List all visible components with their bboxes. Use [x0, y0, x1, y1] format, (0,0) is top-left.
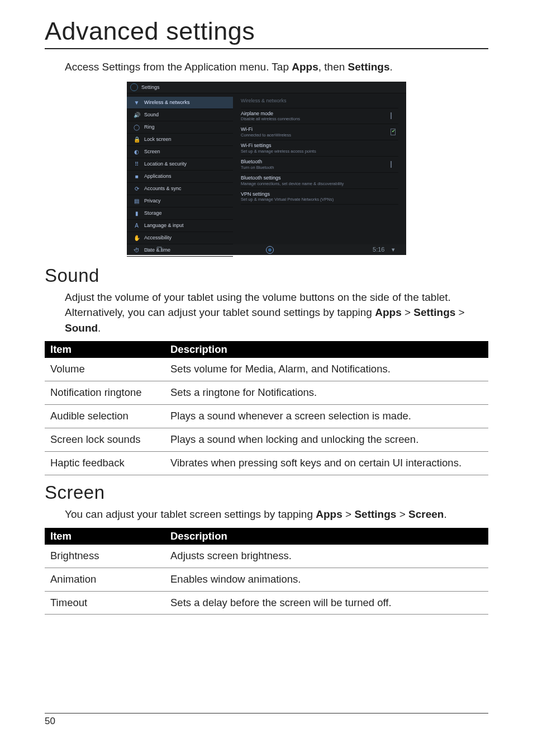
- detail-row-subtitle: Disable all wireless connections: [241, 116, 300, 121]
- sidebar-item-label: Storage: [144, 210, 162, 216]
- sidebar-item: ▼Wireless & networks: [127, 97, 233, 109]
- nav-center-icon: [266, 246, 274, 254]
- sound-th-item: Item: [45, 341, 165, 358]
- sidebar-item-icon: ◯: [134, 124, 140, 130]
- table-row: Notification ringtoneSets a ringtone for…: [45, 381, 488, 405]
- screenshot-sidebar: ▼Wireless & networks🔊Sound◯Ring🔒Lock scr…: [127, 93, 233, 244]
- sidebar-item-icon: ▼: [134, 100, 140, 106]
- sidebar-item-label: Accessibility: [144, 235, 172, 240]
- sound-text: Adjust the volume of your tablet using t…: [65, 290, 488, 336]
- intro-text: Access Settings from the Application men…: [65, 59, 488, 75]
- sidebar-item: 🔒Lock screen: [127, 134, 233, 146]
- table-row: Haptic feedbackVibrates when pressing so…: [45, 452, 488, 475]
- sound-table: Item Description VolumeSets volume for M…: [45, 341, 488, 475]
- table-row: BrightnessAdjusts screen brightness.: [45, 545, 488, 568]
- sidebar-item-icon: ⟳: [134, 186, 140, 192]
- sidebar-item: ⠿Location & security: [127, 158, 233, 171]
- sidebar-item-label: Applications: [144, 173, 172, 179]
- sound-apps: Apps: [375, 306, 402, 318]
- table-row: Audible selectionPlays a sound whenever …: [45, 405, 488, 428]
- table-cell-desc: Sets volume for Media, Alarm, and Notifi…: [165, 358, 488, 381]
- intro-apps: Apps: [292, 61, 318, 73]
- detail-row-title: Airplane mode: [241, 111, 300, 117]
- screenshot-title: Settings: [141, 84, 160, 90]
- detail-row-subtitle: Connected to acerWireless: [241, 133, 291, 138]
- detail-row-title: Bluetooth: [241, 159, 274, 165]
- page-number: 50: [45, 716, 55, 726]
- screen-settings: Settings: [354, 508, 396, 520]
- page-footer: 50: [45, 713, 488, 727]
- table-row: Screen lock soundsPlays a sound when loc…: [45, 428, 488, 452]
- sidebar-item: ◯Ring: [127, 121, 233, 134]
- table-cell-item: Audible selection: [45, 405, 165, 428]
- detail-row-subtitle: Manage connections, set device name & di…: [241, 181, 344, 186]
- table-cell-item: Haptic feedback: [45, 452, 165, 475]
- checkbox-icon: [391, 161, 392, 168]
- detail-row-title: Bluetooth settings: [241, 175, 344, 181]
- recent-icon: ❐: [156, 246, 162, 253]
- detail-row: Wi-Fi settingsSet up & manage wireless a…: [241, 140, 398, 157]
- table-cell-desc: Plays a sound whenever a screen selectio…: [165, 405, 488, 428]
- screen-table: Item Description BrightnessAdjusts scree…: [45, 528, 488, 615]
- screen-text-prefix: You can adjust your tablet screen settin…: [65, 508, 316, 520]
- sound-gt2: >: [455, 306, 464, 318]
- detail-row-subtitle: Set up & manage wireless access points: [241, 149, 316, 154]
- table-cell-item: Screen lock sounds: [45, 428, 165, 452]
- sidebar-item-icon: ■: [134, 173, 140, 179]
- checkbox-icon: [391, 129, 396, 135]
- detail-row: BluetoothTurn on Bluetooth: [241, 157, 398, 173]
- table-cell-item: Animation: [45, 568, 165, 591]
- sidebar-item-label: Screen: [144, 149, 160, 154]
- settings-screenshot: Settings ▼Wireless & networks🔊Sound◯Ring…: [127, 82, 406, 255]
- sidebar-item: ▤Privacy: [127, 195, 233, 207]
- sidebar-item: ⟳Accounts & sync: [127, 183, 233, 195]
- detail-row: Bluetooth settingsManage connections, se…: [241, 173, 398, 189]
- wifi-icon: ▾: [392, 246, 395, 253]
- sound-suffix: .: [98, 322, 101, 334]
- clock-text: 5:16: [373, 246, 384, 253]
- sound-gt1: >: [402, 306, 414, 318]
- gear-icon: [130, 83, 138, 91]
- sidebar-item-label: Sound: [144, 112, 159, 117]
- nav-right: 5:16 ▾: [373, 246, 401, 253]
- sidebar-item-label: Ring: [144, 124, 155, 130]
- table-cell-item: Timeout: [45, 591, 165, 615]
- sidebar-item: ✋Accessibility: [127, 232, 233, 244]
- back-icon: ←: [132, 246, 139, 253]
- screen-th-desc: Description: [165, 528, 488, 545]
- screen-screen: Screen: [408, 508, 444, 520]
- sidebar-item-icon: ⠿: [134, 161, 140, 167]
- table-cell-desc: Vibrates when pressing soft keys and on …: [165, 452, 488, 475]
- sidebar-item-icon: 🔊: [134, 112, 140, 118]
- table-cell-item: Volume: [45, 358, 165, 381]
- detail-row: Airplane modeDisable all wireless connec…: [241, 108, 398, 125]
- sidebar-item-icon: ◐: [134, 149, 140, 155]
- table-cell-desc: Enables window animations.: [165, 568, 488, 591]
- screenshot-topbar: Settings: [127, 82, 406, 93]
- intro-mid: , then: [318, 61, 348, 73]
- screenshot-detail-header: Wireless & networks: [241, 97, 398, 108]
- detail-row: VPN settingsSet up & manage Virtual Priv…: [241, 189, 398, 205]
- screenshot-detail: Wireless & networks Airplane modeDisable…: [233, 93, 406, 244]
- table-row: AnimationEnables window animations.: [45, 568, 488, 591]
- sidebar-item: ◐Screen: [127, 146, 233, 158]
- sidebar-item: 🔊Sound: [127, 109, 233, 121]
- table-row: TimeoutSets a delay before the screen wi…: [45, 591, 488, 615]
- table-cell-item: Notification ringtone: [45, 381, 165, 405]
- table-cell-desc: Adjusts screen brightness.: [165, 545, 488, 568]
- screen-apps: Apps: [316, 508, 342, 520]
- screen-gt2: >: [396, 508, 408, 520]
- sidebar-item-label: Wireless & networks: [144, 100, 190, 105]
- table-cell-desc: Sets a delay before the screen will be t…: [165, 591, 488, 615]
- sidebar-item-icon: ▤: [134, 198, 140, 204]
- screen-heading: Screen: [45, 482, 488, 503]
- sidebar-item: ▮Storage: [127, 207, 233, 220]
- sound-sound: Sound: [65, 322, 98, 334]
- home-icon: ⌂: [146, 246, 150, 253]
- intro-settings: Settings: [348, 61, 390, 73]
- sidebar-item-icon: A: [134, 223, 140, 229]
- detail-row-title: Wi-Fi: [241, 126, 291, 133]
- screen-th-item: Item: [45, 528, 165, 545]
- detail-row-title: VPN settings: [241, 191, 334, 197]
- screen-text: You can adjust your tablet screen settin…: [65, 507, 488, 522]
